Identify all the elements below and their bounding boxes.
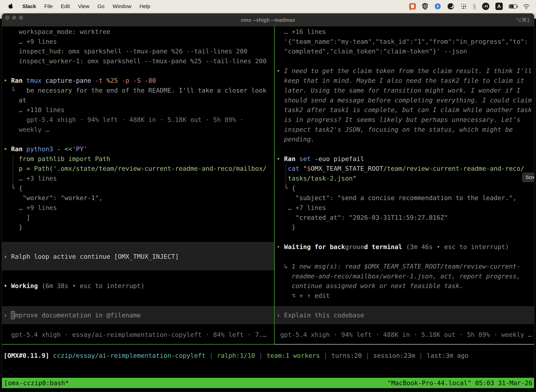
tmux-status-bar: [omx-cczip0:bash* "MacBook-Pro-44.local"…: [2, 378, 534, 388]
pane-divider[interactable]: [274, 27, 275, 344]
bolt-app-icon[interactable]: [431, 0, 444, 13]
window-title: omx --xhigh --madmax: [2, 14, 534, 27]
window-shortcut-badge: ⌥⌘1: [516, 14, 530, 27]
wifi-icon[interactable]: [520, 0, 533, 13]
terminal-text-segment: |: [415, 352, 427, 359]
squiggle-menu-icon[interactable]: §: [470, 0, 479, 13]
window-bottom-edge: [2, 388, 534, 392]
terminal-text-segment: session:23m: [373, 352, 415, 359]
terminal-text-segment: |: [255, 352, 267, 359]
menu-item-edit[interactable]: Edit: [57, 3, 74, 9]
keyboard-layout-label: A: [495, 3, 503, 10]
text-cursor: [11, 311, 15, 319]
terminal-text-segment: last:3m ago: [427, 352, 469, 359]
grid-dots-icon[interactable]: [457, 0, 470, 13]
shield-icon[interactable]: [419, 0, 431, 13]
terminal-text-segment: [OMX#0.11.9]: [4, 352, 49, 359]
menu-bar: Slack File Edit View Go Window Help § ..…: [0, 0, 536, 13]
moon-app-icon[interactable]: [444, 0, 457, 13]
tooltip-label: Scre: [526, 175, 534, 180]
chat-app-icon[interactable]: [406, 0, 419, 13]
right-pane-bottom-border: [275, 344, 534, 345]
terminal-text-segment: |: [320, 352, 331, 359]
battery-icon[interactable]: ϟ: [506, 0, 520, 13]
terminal-line: [OMX#0.11.9] cczip/essay/ai-reimplementa…: [4, 351, 469, 361]
apple-menu-icon[interactable]: [8, 3, 14, 10]
terminal-text-segment: [49, 352, 53, 359]
menu-item-help[interactable]: Help: [135, 3, 154, 9]
window-titlebar[interactable]: omx --xhigh --madmax ⌥⌘1: [2, 14, 534, 27]
tmux-session-area[interactable]: workspace_mode: worktree … +9 lines insp…: [2, 27, 534, 378]
terminal-text-segment: turns:20: [331, 352, 362, 359]
screenshot-tooltip: Scre: [522, 173, 534, 182]
terminal-text-segment: team:1 workers: [267, 352, 320, 359]
menu-item-view[interactable]: View: [74, 3, 93, 9]
badge-count-label: ..61: [482, 3, 489, 10]
keyboard-layout-icon[interactable]: A: [492, 0, 506, 13]
terminal-text-segment: |: [206, 352, 217, 359]
omx-hud-statusline: [OMX#0.11.9] cczip/essay/ai-reimplementa…: [2, 27, 534, 378]
menu-item-file[interactable]: File: [40, 3, 57, 9]
tmux-host-time-label: "MacBook-Pro-44.local" 05:03 31-Mar-26: [388, 379, 532, 387]
terminal-window: omx --xhigh --madmax ⌥⌘1 workspace_mode:…: [2, 13, 534, 392]
terminal-text-segment: |: [362, 352, 373, 359]
count-badge-icon[interactable]: ..61: [479, 0, 492, 13]
terminal-text-segment: ralph:1/10: [217, 352, 255, 359]
menu-item-window[interactable]: Window: [109, 3, 135, 9]
left-pane-bottom-border: [2, 344, 275, 345]
terminal-text-segment: cczip/essay/ai-reimplementation-copyleft: [53, 352, 206, 359]
tmux-session-label: [omx-cczip0:bash*: [4, 379, 69, 387]
menu-item-app[interactable]: Slack: [18, 3, 40, 9]
menu-item-go[interactable]: Go: [93, 3, 109, 9]
